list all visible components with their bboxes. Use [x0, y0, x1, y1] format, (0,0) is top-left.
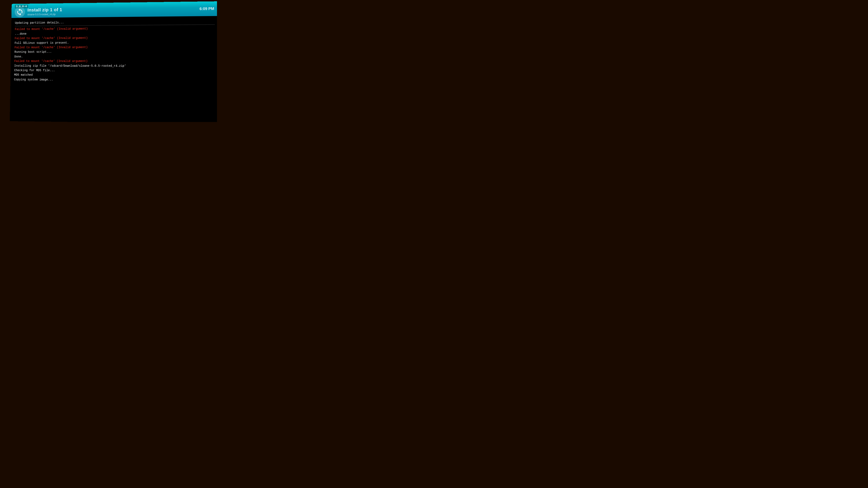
header-time: 6:09 PM [199, 6, 214, 11]
header-title: Install zip 1 of 1 [27, 7, 62, 13]
header-bar: 3.0.0-4 Install zip 1 of 1 sloane-5.0.5-… [11, 1, 217, 18]
header-text: Install zip 1 of 1 sloane-5.0.5-rooted_r… [27, 7, 62, 16]
terminal-line: Updating partition details... [15, 19, 215, 25]
screen: 3.0.0-4 Install zip 1 of 1 sloane-5.0.5-… [10, 1, 217, 122]
terminal-line: Running boot script... [14, 49, 215, 54]
terminal-line: MD5 matched [14, 72, 215, 78]
version-badge: 3.0.0-4 [15, 4, 28, 8]
terminal-line: Failed to mount '/cache' (Invalid argume… [14, 44, 215, 50]
terminal-line: Copying system image... [14, 77, 216, 83]
terminal-line: Done. [14, 54, 215, 59]
terminal-line: Installing zip file '/sdcard/Download/sl… [14, 63, 215, 68]
terminal-line: Failed to mount '/cache' (Invalid argume… [14, 59, 215, 64]
terminal-line: Checking for MD5 file... [14, 68, 216, 73]
header-subtitle: sloane-5.0.5-rooted_r4.zip [27, 13, 62, 16]
terminal-output: Updating partition details...Failed to m… [10, 16, 217, 122]
